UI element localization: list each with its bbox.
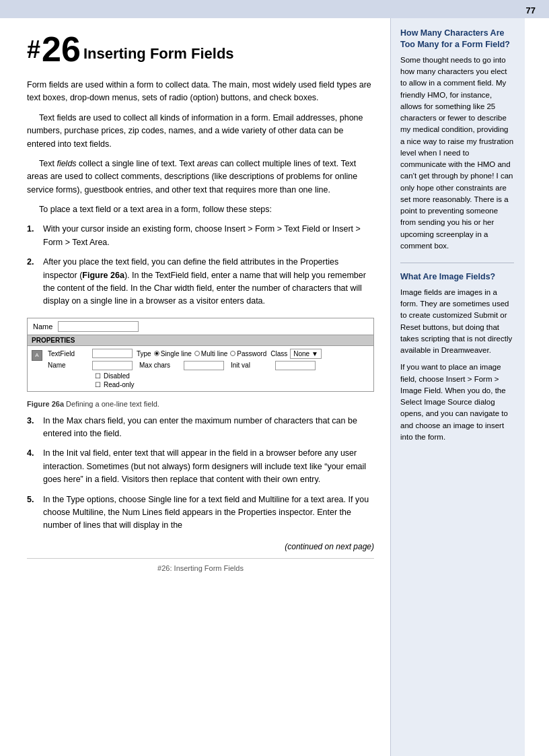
properties-content: A TextField Type Single line: [28, 346, 373, 391]
radio-password: Password: [230, 350, 266, 357]
intro-paragraph-3: Text fields collect a single line of tex…: [27, 158, 374, 197]
sidebar-heading-2: What Are Image Fields?: [400, 271, 514, 283]
page-number: 77: [526, 5, 536, 15]
chapter-hash: #: [27, 33, 40, 67]
numbered-list-cont: 3. In the Max chars field, you can enter…: [27, 415, 374, 532]
list-item: 1. With your cursor inside an existing f…: [27, 223, 374, 249]
intro-paragraph-1: Form fields are used within a form to co…: [27, 79, 374, 105]
list-item: 5. In the Type options, choose Single li…: [27, 493, 374, 532]
checkbox-disabled-label: Disabled: [104, 372, 130, 380]
radio-multi-label: Multi line: [201, 350, 227, 357]
type-label: Type: [137, 350, 151, 357]
step-1-text: With your cursor inside an existing form…: [43, 224, 361, 246]
prop-initval-label: Init val: [231, 362, 271, 369]
sidebar-text-1: Some thought needs to go into how many c…: [400, 55, 514, 252]
radio-multi-icon: [194, 351, 200, 356]
prop-checkboxes: Disabled Read-only: [95, 372, 369, 388]
step-number: 2.: [27, 256, 34, 269]
step-2-text: After you place the text field, you can …: [43, 257, 366, 306]
figure-caption: Figure 26a Defining a one-line text fiel…: [27, 397, 374, 409]
intro-p3-fields: fields: [57, 159, 76, 168]
figure-name-row: Name: [28, 318, 373, 335]
intro-p3-text-b: collect a single line of text. Text: [77, 159, 197, 168]
intro-paragraph-2: Text fields are used to collect all kind…: [27, 112, 374, 151]
checkbox-disabled-row: Disabled: [95, 372, 369, 380]
prop-row-2: Name Max chars Init val: [48, 361, 369, 370]
intro-p3-text-a: Text: [39, 159, 57, 168]
chapter-number: 26: [42, 32, 81, 67]
properties-bar: PROPERTIES: [28, 335, 373, 346]
sidebar-heading-1: How Many Characters Are Too Many for a F…: [400, 28, 514, 50]
step-5-text: In the Type options, choose Single line …: [43, 495, 369, 530]
main-layout: # 26 Inserting Form Fields Form fields a…: [0, 18, 549, 756]
checkbox-readonly-label: Read-only: [104, 381, 135, 388]
figure-box: Name PROPERTIES A TextField Type: [27, 318, 374, 392]
radio-multi-line: Multi line: [194, 350, 227, 357]
prop-class-section: Class None ▼: [270, 349, 322, 359]
main-content: # 26 Inserting Form Fields Form fields a…: [0, 18, 390, 756]
step-number: 4.: [27, 447, 34, 460]
step-1-italic: inside an existing form: [106, 224, 190, 234]
figure-name-label: Name: [33, 322, 52, 331]
step-4-text: In the Init val field, enter text that w…: [43, 448, 366, 484]
prop-name-label: Name: [48, 362, 88, 369]
prop-initval-input: [275, 361, 316, 370]
step-2-bold: Figure 26a: [82, 271, 124, 280]
radio-single-line: Single line: [154, 350, 192, 357]
continued-label: (continued on next page): [27, 542, 374, 551]
step-number: 3.: [27, 415, 34, 427]
figure-caption-bold: Figure 26a: [27, 400, 64, 408]
sidebar-text-2a: Image fields are images in a form. They …: [400, 287, 514, 357]
checkbox-disabled[interactable]: [95, 372, 101, 380]
prop-row-1: TextField Type Single line Mu: [48, 349, 369, 359]
footer-text: #26: Inserting Form Fields: [157, 564, 244, 572]
radio-password-label: Password: [237, 350, 266, 357]
numbered-list: 1. With your cursor inside an existing f…: [27, 223, 374, 308]
sidebar: How Many Characters Are Too Many for a F…: [390, 18, 525, 756]
sidebar-text-2b: If you want to place an image field, cho…: [400, 362, 514, 443]
sidebar-section-1: How Many Characters Are Too Many for a F…: [400, 28, 514, 252]
intro-paragraph-4: To place a text field or a text area in …: [27, 203, 374, 216]
page-number-bar: 77: [0, 0, 549, 18]
prop-type-section: Type Single line Multi line: [137, 350, 266, 357]
radio-password-icon: [230, 351, 235, 356]
prop-fields: TextField Type Single line Mu: [48, 349, 369, 388]
page-footer: #26: Inserting Form Fields: [27, 558, 374, 579]
prop-maxchars-input: [184, 361, 224, 370]
step-3-text: In the Max chars field, you can enter th…: [43, 416, 357, 438]
chapter-title: Inserting Form Fields: [83, 45, 234, 67]
checkbox-readonly[interactable]: [95, 381, 101, 388]
class-dropdown[interactable]: None ▼: [290, 349, 322, 359]
page-container: 77 # 26 Inserting Form Fields Form field…: [0, 0, 549, 756]
step-number: 1.: [27, 223, 34, 236]
checkbox-readonly-row: Read-only: [95, 381, 369, 388]
prop-textfield-label: TextField: [48, 350, 88, 357]
sidebar-divider: [400, 263, 514, 263]
prop-textfield-input: [92, 349, 133, 358]
figure-caption-text: Defining a one-line text field.: [64, 400, 159, 408]
prop-name-input: [92, 361, 133, 370]
list-item: 4. In the Init val field, enter text tha…: [27, 447, 374, 486]
figure-name-input: [58, 321, 139, 332]
list-item: 3. In the Max chars field, you can enter…: [27, 415, 374, 441]
sidebar-section-2: What Are Image Fields? Image fields are …: [400, 271, 514, 443]
class-label: Class: [270, 350, 287, 357]
radio-single-label: Single line: [161, 350, 192, 357]
step-number: 5.: [27, 493, 34, 506]
list-item: 2. After you place the text field, you c…: [27, 256, 374, 308]
prop-icon: A: [32, 350, 42, 361]
prop-maxchars-label: Max chars: [139, 362, 180, 369]
chapter-header: # 26 Inserting Form Fields: [27, 32, 374, 67]
radio-single-icon: [154, 351, 159, 356]
intro-p3-areas: areas: [197, 159, 218, 168]
